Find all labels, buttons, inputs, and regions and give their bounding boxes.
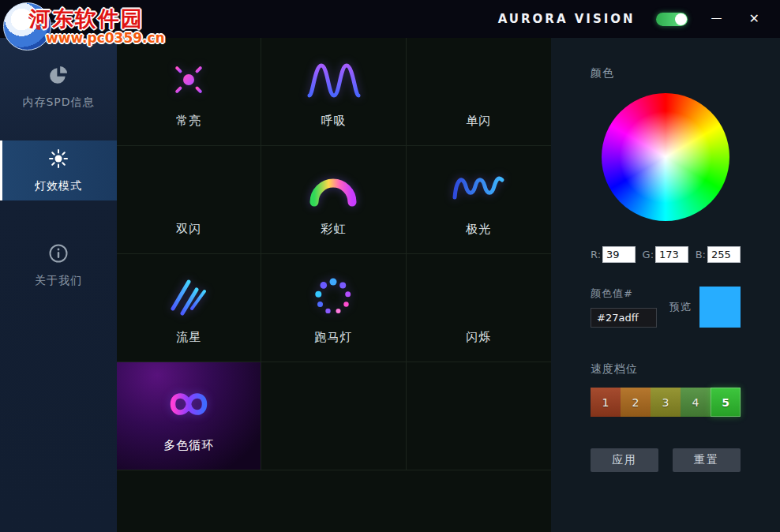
hex-row: 颜色值# 预览 [591, 287, 741, 328]
lighting-mode-icon [48, 148, 69, 172]
power-toggle[interactable] [656, 13, 688, 26]
speed-section-title: 速度档位 [591, 362, 741, 377]
breathing-icon [305, 54, 362, 105]
rgb-inputs-row: R: G: B: [591, 246, 741, 263]
mode-tile-label: 常亮 [176, 114, 201, 129]
galax-logo: GALAX [14, 0, 90, 38]
meteor-icon [160, 271, 217, 321]
apply-button[interactable]: 应用 [591, 448, 658, 472]
app-window: GALAX AURORA VISION — ✕ 河东软件园 www.pc0359… [0, 0, 780, 532]
sidebar: 内存SPD信息 灯效模式 [0, 38, 117, 532]
action-buttons: 应用 重置 [591, 448, 741, 472]
memory-spd-icon [48, 65, 69, 88]
single-flash-icon [450, 54, 507, 105]
speed-level-4[interactable]: 4 [681, 388, 711, 417]
multicolor-cycle-icon [154, 379, 223, 429]
r-input[interactable] [602, 246, 636, 263]
close-button[interactable]: ✕ [746, 9, 763, 28]
g-label: G: [643, 249, 654, 260]
speed-selector: 1 2 3 4 5 [591, 388, 741, 417]
mode-tile-aurora[interactable]: 极光 [407, 146, 551, 254]
color-section-title: 颜色 [591, 66, 741, 81]
r-label: R: [591, 249, 601, 260]
speed-level-2[interactable]: 2 [621, 388, 651, 417]
reset-button[interactable]: 重置 [673, 448, 741, 472]
minimize-button[interactable]: — [708, 9, 726, 26]
sidebar-item-label: 灯效模式 [35, 179, 82, 193]
sidebar-item-label: 内存SPD信息 [22, 96, 94, 110]
color-wheel[interactable] [602, 93, 729, 221]
app-title: AURORA VISION [498, 12, 636, 26]
mode-tile-label: 彩虹 [321, 222, 346, 237]
mode-tile-marquee[interactable]: 跑马灯 [261, 254, 406, 362]
speed-level-3[interactable]: 3 [651, 388, 681, 417]
mode-tile-label: 呼吸 [321, 114, 346, 129]
mode-tile-label: 单闪 [466, 114, 491, 129]
flicker-icon [450, 271, 507, 321]
rainbow-icon [305, 163, 362, 213]
hex-label: 颜色值# [591, 287, 657, 301]
b-label: B: [696, 249, 706, 260]
aurora-icon [448, 163, 508, 213]
mode-tile-label: 流星 [176, 330, 201, 345]
sidebar-item-about[interactable]: 关于我们 [0, 235, 117, 295]
preview-label: 预览 [669, 300, 692, 314]
lighting-mode-grid: 常亮 呼吸 [117, 38, 551, 532]
marquee-icon [305, 271, 362, 321]
empty-cell [407, 362, 551, 470]
empty-cell [261, 362, 406, 470]
mode-tile-breathing[interactable]: 呼吸 [261, 38, 406, 146]
sidebar-item-memory-spd[interactable]: 内存SPD信息 [0, 57, 117, 117]
steady-on-icon [163, 54, 214, 105]
color-preview-swatch [699, 287, 741, 328]
titlebar-controls: AURORA VISION — ✕ [498, 0, 780, 38]
mode-tile-label: 双闪 [176, 222, 201, 237]
double-flash-icon [160, 163, 217, 213]
about-icon [48, 243, 69, 267]
mode-tile-steady[interactable]: 常亮 [117, 38, 261, 146]
hex-input[interactable] [591, 308, 657, 328]
speed-level-1[interactable]: 1 [591, 388, 621, 417]
mode-tile-double-flash[interactable]: 双闪 [117, 146, 261, 254]
speed-level-5[interactable]: 5 [711, 388, 741, 417]
mode-tile-rainbow[interactable]: 彩虹 [261, 146, 406, 254]
g-input[interactable] [655, 246, 688, 263]
sidebar-item-label: 关于我们 [35, 274, 82, 288]
mode-tile-label: 跑马灯 [314, 330, 352, 345]
mode-tile-multicolor-cycle[interactable]: 多色循环 [117, 362, 261, 470]
color-panel: 颜色 R: G: B: 颜色值# 预览 [551, 38, 780, 532]
mode-tile-meteor[interactable]: 流星 [117, 254, 261, 362]
mode-tile-label: 闪烁 [466, 330, 491, 345]
mode-tile-label: 多色循环 [163, 438, 214, 453]
titlebar: GALAX AURORA VISION — ✕ [0, 0, 780, 38]
toggle-knob [675, 13, 687, 25]
b-input[interactable] [707, 246, 741, 263]
mode-tile-flicker[interactable]: 闪烁 [407, 254, 551, 362]
sidebar-item-lighting-mode[interactable]: 灯效模式 [0, 140, 117, 200]
mode-tile-single-flash[interactable]: 单闪 [407, 38, 551, 146]
mode-tile-label: 极光 [466, 222, 491, 237]
